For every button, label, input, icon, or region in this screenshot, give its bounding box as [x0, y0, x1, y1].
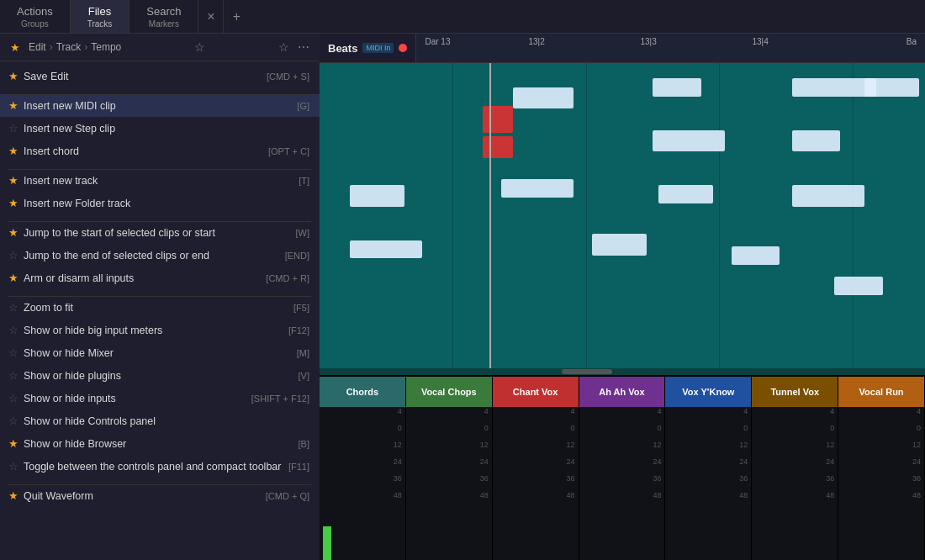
timeline-track-label: Beats MIDI In — [320, 34, 416, 62]
menu-label-13: Show or hide inputs — [24, 393, 245, 404]
menu-shortcut-3: [OPT + C] — [268, 146, 309, 156]
track-body-vocal-run: 4012243648 — [838, 407, 924, 560]
breadcrumb-track[interactable]: Track — [56, 41, 82, 53]
track-body-vocal-chops: 4012243648 — [406, 407, 492, 560]
menu-item-2[interactable]: ☆Insert new Step clip — [0, 117, 320, 140]
menu-item-11[interactable]: ☆Show or hide Mixer[M] — [0, 341, 320, 364]
menu-item-16[interactable]: ☆Toggle between the controls panel and c… — [0, 455, 320, 478]
track-number-chant-vox-3: 24 — [567, 457, 575, 466]
breadcrumb-edit[interactable]: Edit — [29, 41, 46, 53]
track-body-ah-ah-vox: 4012243648 — [579, 407, 665, 560]
menu-item-15[interactable]: ★Show or hide Browser[B] — [0, 432, 320, 455]
breadcrumb-star-outline[interactable]: ☆ — [278, 40, 289, 54]
menu-item-6[interactable]: ★Jump to the start of selected clips or … — [0, 221, 320, 244]
menu-shortcut-16: [F11] — [288, 462, 309, 472]
piano-roll-area[interactable] — [320, 63, 925, 375]
menu-item-10[interactable]: ☆Show or hide big input meters[F12] — [0, 319, 320, 341]
breadcrumb-more-button[interactable]: ⋯ — [298, 40, 309, 54]
track-vocal-run[interactable]: Vocal Run4012243648 — [838, 377, 925, 560]
menu-label-0: Save Edit — [24, 71, 260, 82]
breadcrumb: ★ Edit › Track › Tempo ☆ ☆ ⋯ — [0, 34, 320, 61]
breadcrumb-star-filled[interactable]: ★ — [10, 41, 25, 54]
scroll-thumb[interactable] — [562, 369, 612, 374]
menu-item-3[interactable]: ★Insert chord[OPT + C] — [0, 140, 320, 162]
menu-star-14: ☆ — [8, 415, 24, 427]
tab-files-main: Files — [88, 5, 111, 18]
menu-item-4[interactable]: ★Insert new track[T] — [0, 169, 320, 192]
menu-item-1[interactable]: ★Insert new MIDI clip[G] — [0, 94, 320, 117]
menu-item-5[interactable]: ★Insert new Folder track — [0, 192, 320, 214]
track-number-ah-ah-vox-1: 0 — [657, 424, 661, 432]
track-number-vocal-run-4: 36 — [912, 474, 921, 483]
top-bar: Actions Groups Files Tracks Search Marke… — [0, 0, 925, 34]
track-body-tunnel-vox: 4012243648 — [752, 407, 838, 560]
ruler-mark-4: Ba — [906, 37, 917, 46]
track-number-vox-yknow-0: 4 — [743, 407, 748, 415]
menu-item-14[interactable]: ☆Show or hide Controls panel — [0, 409, 320, 432]
piano-roll-canvas[interactable] — [320, 63, 925, 368]
track-chant-vox[interactable]: Chant Vox4012243648 — [493, 377, 579, 560]
horizontal-scrollbar[interactable] — [320, 368, 925, 375]
menu-shortcut-7: [END] — [285, 251, 309, 261]
track-number-chant-vox-0: 4 — [571, 407, 575, 415]
tab-actions[interactable]: Actions Groups — [0, 0, 71, 33]
menu-star-11: ☆ — [8, 346, 24, 359]
track-number-vocal-run-3: 24 — [912, 457, 921, 466]
track-number-ah-ah-vox-5: 48 — [653, 491, 661, 499]
track-vox-yknow[interactable]: Vox Y'Know4012243648 — [665, 377, 752, 560]
track-tunnel-vox[interactable]: Tunnel Vox4012243648 — [752, 377, 838, 560]
track-number-chords-1: 0 — [398, 424, 402, 432]
midi-note-red — [483, 106, 513, 134]
menu-star-17: ★ — [8, 489, 24, 502]
left-panel: ★ Edit › Track › Tempo ☆ ☆ ⋯ ★Save Edit[… — [0, 34, 320, 560]
midi-note — [653, 130, 725, 151]
track-number-tunnel-vox-5: 48 — [826, 491, 834, 499]
track-ah-ah-vox[interactable]: Ah Ah Vox4012243648 — [579, 377, 666, 560]
menu-item-0[interactable]: ★Save Edit[CMD + S] — [0, 65, 320, 87]
add-tab-button[interactable]: + — [224, 0, 249, 33]
tab-search-main: Search — [146, 5, 181, 18]
track-header-vocal-run: Vocal Run — [838, 377, 924, 407]
timeline-ruler[interactable]: Dar 13 13|2 13|3 13|4 Ba — [416, 34, 925, 62]
tab-files[interactable]: Files Tracks — [71, 0, 130, 33]
menu-item-12[interactable]: ☆Show or hide plugins[V] — [0, 364, 320, 387]
menu-shortcut-9: [F5] — [293, 303, 309, 313]
breadcrumb-tempo[interactable]: Tempo — [91, 41, 121, 53]
menu-label-2: Insert new Step clip — [24, 123, 309, 135]
track-vocal-chops[interactable]: Vocal Chops4012243648 — [406, 377, 493, 560]
menu-item-13[interactable]: ☆Show or hide inputs[SHIFT + F12] — [0, 387, 320, 409]
menu-star-13: ☆ — [8, 392, 24, 404]
menu-star-1: ★ — [8, 99, 24, 112]
menu-item-7[interactable]: ☆Jump to the end of selected clips or en… — [0, 244, 320, 267]
menu-item-8[interactable]: ★Arm or disarm all inputs[CMD + R] — [0, 267, 320, 289]
track-number-vocal-run-2: 12 — [912, 441, 921, 449]
midi-note — [864, 78, 919, 97]
menu-star-6: ★ — [8, 226, 24, 239]
menu-list: ★Save Edit[CMD + S]★Insert new MIDI clip… — [0, 61, 320, 560]
menu-shortcut-11: [M] — [297, 348, 309, 358]
tab-search[interactable]: Search Markers — [130, 0, 198, 33]
track-number-vox-yknow-3: 24 — [739, 457, 748, 466]
playhead — [489, 63, 491, 368]
menu-shortcut-17: [CMD + Q] — [266, 491, 309, 501]
breadcrumb-star-empty[interactable]: ☆ — [194, 40, 205, 54]
track-number-chords-5: 48 — [394, 491, 402, 499]
track-number-ah-ah-vox-4: 36 — [653, 474, 661, 483]
close-tab-button[interactable]: × — [198, 0, 224, 33]
timeline-header: Beats MIDI In Dar 13 13|2 13|3 13|4 Ba — [320, 34, 925, 63]
tab-actions-sub: Groups — [21, 19, 49, 29]
menu-label-1: Insert new MIDI clip — [24, 100, 290, 112]
menu-item-9[interactable]: ☆Zoom to fit[F5] — [0, 296, 320, 319]
menu-shortcut-10: [F12] — [288, 325, 309, 335]
menu-label-3: Insert chord — [24, 145, 262, 157]
track-chords[interactable]: Chords4012243648 — [320, 377, 406, 560]
midi-note — [834, 277, 883, 295]
midi-note — [501, 179, 574, 198]
track-number-vocal-chops-5: 48 — [480, 491, 489, 499]
menu-shortcut-12: [V] — [299, 371, 309, 381]
midi-note — [792, 130, 841, 151]
track-number-vocal-chops-3: 24 — [480, 457, 489, 466]
menu-label-6: Jump to the start of selected clips or s… — [24, 227, 289, 239]
midi-note — [653, 78, 701, 97]
menu-item-17[interactable]: ★Quit Waveform[CMD + Q] — [0, 484, 320, 507]
